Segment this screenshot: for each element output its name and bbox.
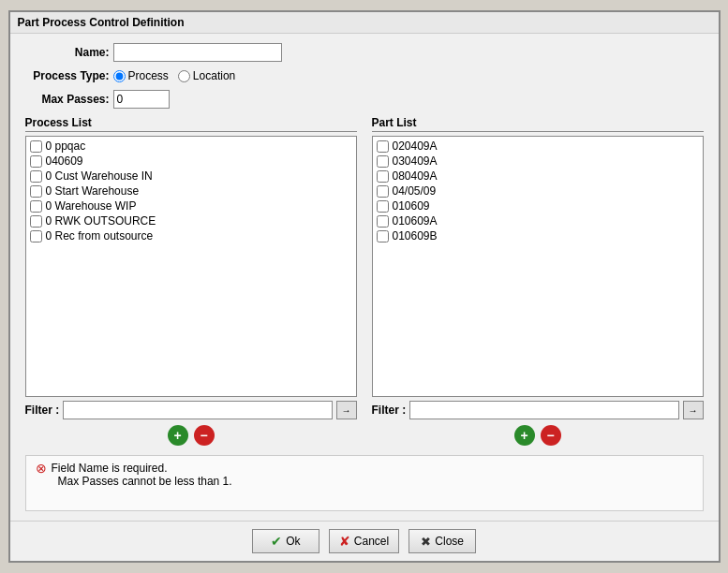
process-radio[interactable] (113, 70, 126, 82)
dialog-body: Name: Process Type: Process Location Max… (10, 34, 719, 521)
dialog-part-process-control: Part Process Control Definition Name: Pr… (8, 10, 721, 563)
error-icon: ⊗ (36, 462, 47, 475)
process-list-title: Process List (25, 116, 357, 132)
process-radio-label: Process (128, 69, 169, 82)
part-remove-button[interactable]: − (541, 425, 561, 446)
list-item-label: 0 Start Warehouse (46, 184, 140, 198)
ok-label: Ok (286, 535, 300, 548)
list-item-label: 080409A (393, 169, 438, 183)
cancel-button[interactable]: ✘ Cancel (329, 529, 399, 553)
list-item[interactable]: 0 Start Warehouse (28, 184, 354, 198)
process-filter-button[interactable]: → (336, 401, 357, 419)
error-section: ⊗Field Name is required.Max Passes canno… (25, 455, 704, 511)
list-item[interactable]: 010609A (375, 213, 701, 228)
process-remove-button[interactable]: − (194, 425, 215, 446)
part-filter-button[interactable]: → (683, 401, 704, 419)
list-item[interactable]: 04/05/09 (375, 184, 701, 198)
list-item-checkbox[interactable] (30, 140, 42, 153)
part-filter-row: Filter : → (372, 401, 704, 419)
list-item[interactable]: 010609 (375, 198, 701, 213)
max-passes-label: Max Passes: (25, 93, 110, 106)
list-item-checkbox[interactable] (30, 185, 42, 198)
list-item-checkbox[interactable] (30, 200, 42, 213)
list-item-checkbox[interactable] (30, 230, 42, 242)
list-item-label: 0 RWK OUTSOURCE (46, 214, 156, 228)
process-type-radio-group: Process Location (113, 69, 236, 82)
part-add-remove-row: + − (372, 425, 704, 446)
location-radio[interactable] (178, 70, 190, 82)
max-passes-row: Max Passes: (25, 90, 704, 109)
part-list-section: Part List 020409A030409A080409A04/05/090… (372, 116, 704, 446)
dialog-footer: ✔ Ok ✘ Cancel ✖ Close (10, 521, 719, 561)
list-item-label: 010609B (393, 229, 438, 242)
list-item-label: 020409A (393, 140, 438, 153)
process-filter-input[interactable] (63, 401, 332, 419)
list-item-checkbox[interactable] (377, 200, 389, 213)
part-add-button[interactable]: + (514, 425, 535, 446)
cancel-label: Cancel (354, 535, 389, 548)
location-radio-label: Location (193, 69, 235, 82)
list-item-checkbox[interactable] (377, 170, 389, 183)
part-filter-input[interactable] (409, 401, 678, 419)
max-passes-input[interactable] (113, 90, 170, 109)
list-item-checkbox[interactable] (377, 185, 389, 198)
close-button[interactable]: ✖ Close (409, 529, 476, 553)
list-item[interactable]: 020409A (375, 139, 701, 154)
error-item: Max Passes cannot be less than 1. (36, 475, 693, 488)
part-filter-label: Filter : (372, 404, 407, 417)
list-item[interactable]: 080409A (375, 169, 701, 184)
ok-button[interactable]: ✔ Ok (252, 529, 319, 553)
process-radio-option: Process (113, 69, 169, 82)
name-input[interactable] (113, 43, 282, 62)
process-type-label: Process Type: (25, 69, 110, 82)
process-add-button[interactable]: + (168, 425, 188, 446)
ok-icon: ✔ (271, 534, 282, 549)
list-item[interactable]: 0 ppqac (28, 139, 354, 154)
list-item-label: 0 Rec from outsource (46, 229, 154, 242)
list-item[interactable]: 010609B (375, 228, 701, 243)
list-item-checkbox[interactable] (377, 215, 389, 228)
dialog-title: Part Process Control Definition (10, 12, 719, 34)
list-item-label: 010609A (393, 214, 438, 228)
name-row: Name: (25, 43, 704, 62)
list-item[interactable]: 0 Warehouse WIP (28, 198, 354, 213)
list-item[interactable]: 0 Cust Warehouse IN (28, 169, 354, 184)
list-item-label: 04/05/09 (393, 184, 437, 198)
error-message: Field Name is required. (52, 462, 168, 475)
list-item-checkbox[interactable] (30, 170, 42, 183)
cancel-icon: ✘ (339, 534, 350, 549)
process-filter-label: Filter : (25, 404, 60, 417)
list-item-checkbox[interactable] (377, 140, 389, 153)
list-item-label: 010609 (393, 199, 430, 213)
close-label: Close (435, 535, 464, 548)
process-list-box[interactable]: 0 ppqac0406090 Cust Warehouse IN0 Start … (25, 136, 357, 397)
list-item-label: 0 Cust Warehouse IN (46, 169, 153, 183)
list-item[interactable]: 0 Rec from outsource (28, 228, 354, 243)
list-item-checkbox[interactable] (377, 230, 389, 242)
list-item-checkbox[interactable] (30, 215, 42, 228)
list-item[interactable]: 030409A (375, 154, 701, 169)
error-item: ⊗Field Name is required. (36, 462, 693, 475)
list-item-label: 0 Warehouse WIP (46, 199, 137, 213)
lists-container: Process List 0 ppqac0406090 Cust Warehou… (25, 116, 704, 446)
error-message: Max Passes cannot be less than 1. (58, 475, 232, 488)
list-item-checkbox[interactable] (377, 155, 389, 168)
list-item-label: 0 ppqac (46, 140, 86, 153)
close-icon: ✖ (421, 535, 431, 549)
list-item-label: 040609 (46, 154, 83, 168)
process-add-remove-row: + − (25, 425, 357, 446)
list-item[interactable]: 0 RWK OUTSOURCE (28, 213, 354, 228)
part-list-box[interactable]: 020409A030409A080409A04/05/0901060901060… (372, 136, 704, 397)
process-filter-row: Filter : → (25, 401, 357, 419)
process-type-row: Process Type: Process Location (25, 69, 704, 82)
list-item-checkbox[interactable] (30, 155, 42, 168)
list-item-label: 030409A (393, 154, 438, 168)
process-list-section: Process List 0 ppqac0406090 Cust Warehou… (25, 116, 357, 446)
location-radio-option: Location (178, 69, 235, 82)
part-list-title: Part List (372, 116, 704, 132)
list-item[interactable]: 040609 (28, 154, 354, 169)
name-label: Name: (25, 46, 110, 59)
